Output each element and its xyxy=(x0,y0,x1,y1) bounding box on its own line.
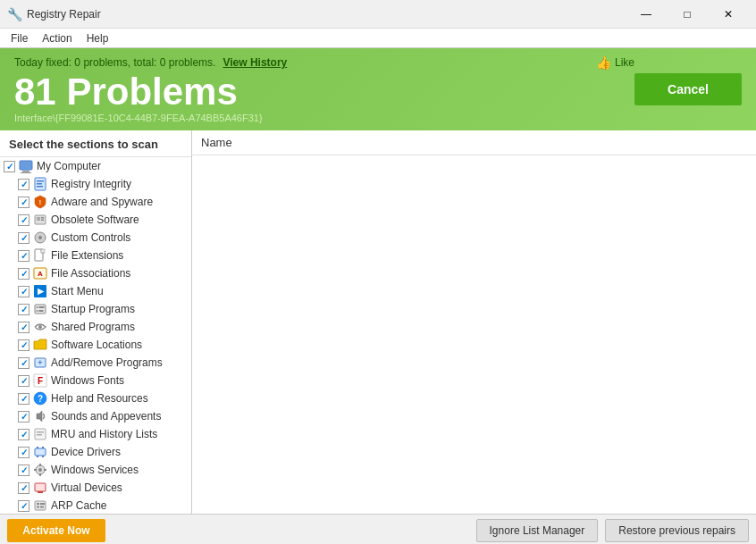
label-device-drivers: Device Drivers xyxy=(51,446,121,458)
checkbox-windows-fonts[interactable] xyxy=(18,375,29,387)
tree-item-arp-cache[interactable]: ARP Cache xyxy=(0,497,191,514)
tree-item-add-remove-programs[interactable]: +Add/Remove Programs xyxy=(0,354,191,372)
tree-item-file-extensions[interactable]: File Extensions xyxy=(0,247,191,264)
checkbox-software-locations[interactable] xyxy=(18,339,29,351)
app-icon: 🔧 xyxy=(7,7,21,21)
label-add-remove-programs: Add/Remove Programs xyxy=(51,356,163,369)
cancel-button[interactable]: Cancel xyxy=(634,73,742,105)
svg-rect-4 xyxy=(37,180,44,182)
svg-rect-0 xyxy=(20,161,32,170)
svg-rect-6 xyxy=(37,186,43,188)
svg-point-23 xyxy=(37,310,38,312)
svg-rect-43 xyxy=(39,464,41,466)
tree-item-windows-services[interactable]: Windows Services xyxy=(0,461,191,479)
icon-help-resources: ? xyxy=(33,391,47,406)
checkbox-adware-spyware[interactable] xyxy=(18,197,29,208)
svg-rect-48 xyxy=(38,491,43,493)
checkbox-file-extensions[interactable] xyxy=(18,250,29,262)
interface-path: Interface\{FF99081E-10C4-44B7-9FEA-A74BB… xyxy=(14,113,634,123)
checkbox-windows-services[interactable] xyxy=(18,464,29,476)
icon-virtual-devices xyxy=(33,481,47,495)
restore-repairs-button[interactable]: Restore previous repairs xyxy=(605,519,749,542)
svg-rect-9 xyxy=(37,217,40,221)
tree-item-obsolete-software[interactable]: Obsolete Software xyxy=(0,211,191,229)
icon-device-drivers xyxy=(33,445,47,459)
today-fixed-text: Today fixed: 0 problems, total: 0 proble… xyxy=(14,56,215,69)
menubar: File Action Help xyxy=(0,29,756,48)
svg-rect-46 xyxy=(44,469,46,471)
checkbox-device-drivers[interactable] xyxy=(18,447,29,458)
checkbox-my-computer[interactable] xyxy=(4,161,15,172)
menu-action[interactable]: Action xyxy=(35,30,79,46)
view-history-link[interactable]: View History xyxy=(223,56,287,69)
checkbox-start-menu[interactable] xyxy=(18,286,29,297)
menu-file[interactable]: File xyxy=(4,30,35,46)
checkbox-sounds-appevents[interactable] xyxy=(18,411,29,423)
tree-item-start-menu[interactable]: ▶Start Menu xyxy=(0,282,191,300)
icon-windows-services xyxy=(33,463,47,477)
icon-sounds-appevents xyxy=(33,409,47,423)
svg-rect-20 xyxy=(35,305,46,314)
label-obsolete-software: Obsolete Software xyxy=(51,213,139,226)
tree-item-help-resources[interactable]: ?Help and Resources xyxy=(0,389,191,407)
tree-item-registry-integrity[interactable]: Registry Integrity xyxy=(0,175,191,193)
checkbox-obsolete-software[interactable] xyxy=(18,214,29,226)
tree-item-shared-programs[interactable]: Shared Programs xyxy=(0,318,191,336)
icon-file-extensions xyxy=(33,248,47,263)
ignore-list-button[interactable]: Ignore List Manager xyxy=(476,519,599,542)
checkbox-shared-programs[interactable] xyxy=(18,322,29,333)
app-title: Registry Repair xyxy=(27,8,626,21)
tree-item-software-locations[interactable]: Software Locations xyxy=(0,336,191,354)
tree-item-device-drivers[interactable]: Device Drivers xyxy=(0,443,191,461)
svg-rect-34 xyxy=(37,431,44,433)
checkbox-add-remove-programs[interactable] xyxy=(18,357,29,369)
maximize-button[interactable]: □ xyxy=(667,0,708,29)
icon-adware-spyware: ! xyxy=(33,195,47,209)
label-custom-controls: Custom Controls xyxy=(51,231,130,244)
svg-rect-36 xyxy=(35,448,46,456)
svg-rect-37 xyxy=(37,447,38,448)
tree-item-startup-programs[interactable]: Startup Programs xyxy=(0,300,191,318)
menu-help[interactable]: Help xyxy=(80,30,116,46)
tree-container[interactable]: My ComputerRegistry Integrity!Adware and… xyxy=(0,157,191,514)
svg-rect-50 xyxy=(37,503,39,505)
activate-button[interactable]: Activate Now xyxy=(7,519,105,542)
like-button[interactable]: 👍 Like xyxy=(596,55,634,70)
svg-rect-40 xyxy=(42,456,44,457)
svg-rect-15 xyxy=(41,249,45,253)
svg-rect-47 xyxy=(35,483,46,491)
label-startup-programs: Startup Programs xyxy=(51,303,135,315)
tree-item-mru-history[interactable]: MRU and History Lists xyxy=(0,425,191,443)
tree-item-virtual-devices[interactable]: Virtual Devices xyxy=(0,479,191,497)
svg-rect-51 xyxy=(37,506,39,508)
close-button[interactable]: ✕ xyxy=(708,0,749,29)
tree-item-sounds-appevents[interactable]: Sounds and Appevents xyxy=(0,407,191,425)
checkbox-help-resources[interactable] xyxy=(18,393,29,405)
label-registry-integrity: Registry Integrity xyxy=(51,178,131,190)
checkbox-registry-integrity[interactable] xyxy=(18,179,29,190)
label-software-locations: Software Locations xyxy=(51,339,142,351)
tree-item-custom-controls[interactable]: Custom Controls xyxy=(0,229,191,247)
minimize-button[interactable]: — xyxy=(626,0,667,29)
tree-item-file-associations[interactable]: AFile Associations xyxy=(0,264,191,282)
checkbox-arp-cache[interactable] xyxy=(18,500,29,512)
svg-rect-38 xyxy=(42,447,44,448)
tree-item-windows-fonts[interactable]: FWindows Fonts xyxy=(0,372,191,389)
svg-rect-53 xyxy=(40,506,44,508)
checkbox-startup-programs[interactable] xyxy=(18,304,29,315)
tree-item-adware-spyware[interactable]: !Adware and Spyware xyxy=(0,193,191,211)
icon-windows-fonts: F xyxy=(33,373,47,388)
checkbox-mru-history[interactable] xyxy=(18,429,29,440)
svg-point-42 xyxy=(38,468,42,472)
label-file-associations: File Associations xyxy=(51,267,130,280)
checkbox-file-associations[interactable] xyxy=(18,268,29,280)
label-shared-programs: Shared Programs xyxy=(51,321,135,333)
label-help-resources: Help and Resources xyxy=(51,392,148,405)
svg-text:F: F xyxy=(38,376,43,386)
checkbox-custom-controls[interactable] xyxy=(18,232,29,244)
checkbox-virtual-devices[interactable] xyxy=(18,482,29,494)
tree-item-my-computer[interactable]: My Computer xyxy=(0,157,191,175)
icon-start-menu: ▶ xyxy=(33,284,47,298)
icon-custom-controls xyxy=(33,230,47,245)
right-panel: Name xyxy=(192,130,756,514)
